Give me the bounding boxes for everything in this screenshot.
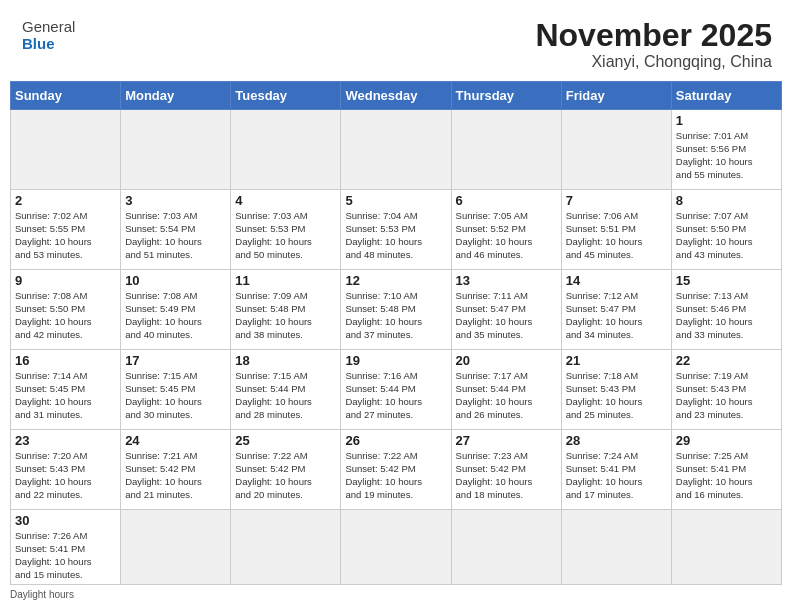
logo-blue-text: Blue xyxy=(22,35,75,52)
calendar-cell: 20Sunrise: 7:17 AM Sunset: 5:44 PM Dayli… xyxy=(451,350,561,430)
weekday-header-saturday: Saturday xyxy=(671,82,781,110)
day-number: 6 xyxy=(456,193,557,208)
day-number: 21 xyxy=(566,353,667,368)
calendar-cell: 18Sunrise: 7:15 AM Sunset: 5:44 PM Dayli… xyxy=(231,350,341,430)
week-row-6: 30Sunrise: 7:26 AM Sunset: 5:41 PM Dayli… xyxy=(11,510,782,585)
page: General Blue General Blue November 2025 … xyxy=(0,0,792,606)
day-number: 22 xyxy=(676,353,777,368)
day-number: 25 xyxy=(235,433,336,448)
day-info: Sunrise: 7:20 AM Sunset: 5:43 PM Dayligh… xyxy=(15,450,116,501)
logo: General Blue General Blue xyxy=(20,18,75,53)
day-info: Sunrise: 7:18 AM Sunset: 5:43 PM Dayligh… xyxy=(566,370,667,421)
calendar-cell: 27Sunrise: 7:23 AM Sunset: 5:42 PM Dayli… xyxy=(451,430,561,510)
calendar-cell: 13Sunrise: 7:11 AM Sunset: 5:47 PM Dayli… xyxy=(451,270,561,350)
day-info: Sunrise: 7:12 AM Sunset: 5:47 PM Dayligh… xyxy=(566,290,667,341)
day-number: 13 xyxy=(456,273,557,288)
calendar-cell: 6Sunrise: 7:05 AM Sunset: 5:52 PM Daylig… xyxy=(451,190,561,270)
weekday-header-sunday: Sunday xyxy=(11,82,121,110)
week-row-2: 2Sunrise: 7:02 AM Sunset: 5:55 PM Daylig… xyxy=(11,190,782,270)
weekday-header-thursday: Thursday xyxy=(451,82,561,110)
calendar-cell: 22Sunrise: 7:19 AM Sunset: 5:43 PM Dayli… xyxy=(671,350,781,430)
calendar-cell: 17Sunrise: 7:15 AM Sunset: 5:45 PM Dayli… xyxy=(121,350,231,430)
calendar-cell: 9Sunrise: 7:08 AM Sunset: 5:50 PM Daylig… xyxy=(11,270,121,350)
day-number: 8 xyxy=(676,193,777,208)
calendar-cell: 12Sunrise: 7:10 AM Sunset: 5:48 PM Dayli… xyxy=(341,270,451,350)
day-number: 10 xyxy=(125,273,226,288)
day-number: 17 xyxy=(125,353,226,368)
calendar-cell: 19Sunrise: 7:16 AM Sunset: 5:44 PM Dayli… xyxy=(341,350,451,430)
day-number: 15 xyxy=(676,273,777,288)
calendar-table: SundayMondayTuesdayWednesdayThursdayFrid… xyxy=(10,81,782,585)
day-info: Sunrise: 7:25 AM Sunset: 5:41 PM Dayligh… xyxy=(676,450,777,501)
daylight-label: Daylight hours xyxy=(10,589,74,600)
day-info: Sunrise: 7:02 AM Sunset: 5:55 PM Dayligh… xyxy=(15,210,116,261)
calendar-cell: 10Sunrise: 7:08 AM Sunset: 5:49 PM Dayli… xyxy=(121,270,231,350)
weekday-header-row: SundayMondayTuesdayWednesdayThursdayFrid… xyxy=(11,82,782,110)
calendar-cell: 24Sunrise: 7:21 AM Sunset: 5:42 PM Dayli… xyxy=(121,430,231,510)
calendar-cell: 11Sunrise: 7:09 AM Sunset: 5:48 PM Dayli… xyxy=(231,270,341,350)
calendar-cell xyxy=(11,110,121,190)
day-info: Sunrise: 7:04 AM Sunset: 5:53 PM Dayligh… xyxy=(345,210,446,261)
week-row-5: 23Sunrise: 7:20 AM Sunset: 5:43 PM Dayli… xyxy=(11,430,782,510)
logo-general-text: General xyxy=(22,18,75,35)
day-info: Sunrise: 7:13 AM Sunset: 5:46 PM Dayligh… xyxy=(676,290,777,341)
day-info: Sunrise: 7:22 AM Sunset: 5:42 PM Dayligh… xyxy=(345,450,446,501)
calendar-cell xyxy=(341,510,451,585)
day-number: 11 xyxy=(235,273,336,288)
day-info: Sunrise: 7:22 AM Sunset: 5:42 PM Dayligh… xyxy=(235,450,336,501)
calendar-cell: 29Sunrise: 7:25 AM Sunset: 5:41 PM Dayli… xyxy=(671,430,781,510)
day-number: 9 xyxy=(15,273,116,288)
day-number: 20 xyxy=(456,353,557,368)
day-number: 30 xyxy=(15,513,116,528)
day-number: 12 xyxy=(345,273,446,288)
day-number: 16 xyxy=(15,353,116,368)
calendar-cell: 28Sunrise: 7:24 AM Sunset: 5:41 PM Dayli… xyxy=(561,430,671,510)
weekday-header-tuesday: Tuesday xyxy=(231,82,341,110)
weekday-header-monday: Monday xyxy=(121,82,231,110)
week-row-1: 1Sunrise: 7:01 AM Sunset: 5:56 PM Daylig… xyxy=(11,110,782,190)
calendar-cell: 26Sunrise: 7:22 AM Sunset: 5:42 PM Dayli… xyxy=(341,430,451,510)
day-info: Sunrise: 7:16 AM Sunset: 5:44 PM Dayligh… xyxy=(345,370,446,421)
calendar-cell xyxy=(451,110,561,190)
header: General Blue General Blue November 2025 … xyxy=(0,0,792,81)
day-number: 29 xyxy=(676,433,777,448)
calendar-cell: 30Sunrise: 7:26 AM Sunset: 5:41 PM Dayli… xyxy=(11,510,121,585)
day-info: Sunrise: 7:14 AM Sunset: 5:45 PM Dayligh… xyxy=(15,370,116,421)
day-info: Sunrise: 7:15 AM Sunset: 5:45 PM Dayligh… xyxy=(125,370,226,421)
calendar-cell xyxy=(121,110,231,190)
calendar-cell xyxy=(561,510,671,585)
title-block: November 2025 Xianyi, Chongqing, China xyxy=(535,18,772,71)
day-info: Sunrise: 7:21 AM Sunset: 5:42 PM Dayligh… xyxy=(125,450,226,501)
calendar-cell xyxy=(451,510,561,585)
calendar-cell xyxy=(121,510,231,585)
day-info: Sunrise: 7:06 AM Sunset: 5:51 PM Dayligh… xyxy=(566,210,667,261)
day-info: Sunrise: 7:11 AM Sunset: 5:47 PM Dayligh… xyxy=(456,290,557,341)
day-number: 19 xyxy=(345,353,446,368)
day-info: Sunrise: 7:03 AM Sunset: 5:54 PM Dayligh… xyxy=(125,210,226,261)
calendar-cell xyxy=(341,110,451,190)
day-info: Sunrise: 7:03 AM Sunset: 5:53 PM Dayligh… xyxy=(235,210,336,261)
weekday-header-friday: Friday xyxy=(561,82,671,110)
calendar-cell xyxy=(671,510,781,585)
day-info: Sunrise: 7:01 AM Sunset: 5:56 PM Dayligh… xyxy=(676,130,777,181)
day-info: Sunrise: 7:19 AM Sunset: 5:43 PM Dayligh… xyxy=(676,370,777,421)
calendar-cell: 5Sunrise: 7:04 AM Sunset: 5:53 PM Daylig… xyxy=(341,190,451,270)
day-info: Sunrise: 7:10 AM Sunset: 5:48 PM Dayligh… xyxy=(345,290,446,341)
calendar-cell xyxy=(231,510,341,585)
weekday-header-wednesday: Wednesday xyxy=(341,82,451,110)
day-info: Sunrise: 7:26 AM Sunset: 5:41 PM Dayligh… xyxy=(15,530,116,581)
day-number: 27 xyxy=(456,433,557,448)
day-info: Sunrise: 7:15 AM Sunset: 5:44 PM Dayligh… xyxy=(235,370,336,421)
day-number: 4 xyxy=(235,193,336,208)
calendar-cell xyxy=(231,110,341,190)
calendar-cell: 25Sunrise: 7:22 AM Sunset: 5:42 PM Dayli… xyxy=(231,430,341,510)
day-number: 18 xyxy=(235,353,336,368)
calendar-cell: 8Sunrise: 7:07 AM Sunset: 5:50 PM Daylig… xyxy=(671,190,781,270)
day-number: 2 xyxy=(15,193,116,208)
day-number: 23 xyxy=(15,433,116,448)
calendar-cell: 16Sunrise: 7:14 AM Sunset: 5:45 PM Dayli… xyxy=(11,350,121,430)
day-info: Sunrise: 7:05 AM Sunset: 5:52 PM Dayligh… xyxy=(456,210,557,261)
month-title: November 2025 xyxy=(535,18,772,53)
day-number: 26 xyxy=(345,433,446,448)
calendar-cell: 2Sunrise: 7:02 AM Sunset: 5:55 PM Daylig… xyxy=(11,190,121,270)
